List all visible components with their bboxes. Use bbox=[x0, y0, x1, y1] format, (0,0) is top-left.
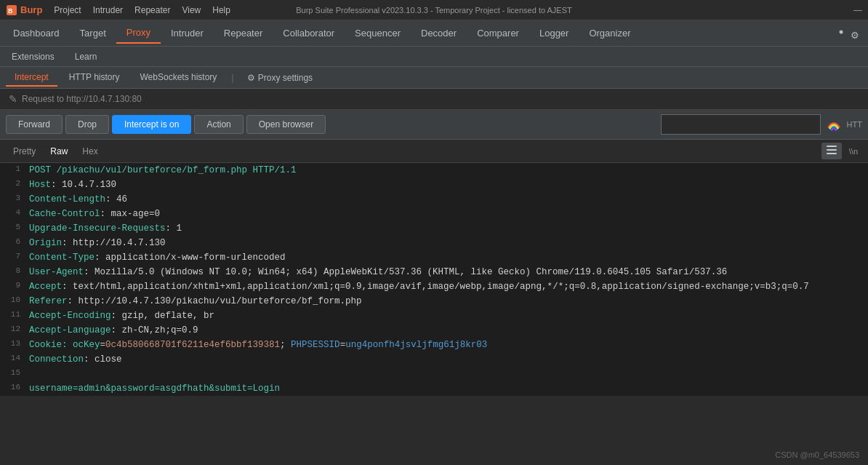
tab-raw[interactable]: Raw bbox=[43, 144, 75, 159]
view-menu[interactable]: View bbox=[182, 5, 201, 15]
svg-text:B: B bbox=[8, 7, 13, 15]
tab-target[interactable]: Target bbox=[70, 23, 116, 43]
code-line: 15 bbox=[0, 367, 868, 381]
line-number: 16 bbox=[3, 381, 20, 396]
rainbow-icon[interactable] bbox=[824, 114, 844, 135]
line-number: 13 bbox=[3, 338, 20, 352]
extensions-row: Extensions Learn bbox=[0, 47, 868, 67]
action-button[interactable]: Action bbox=[194, 115, 243, 134]
wrap-icon[interactable]: \\n bbox=[845, 146, 862, 157]
line-number: 3 bbox=[3, 192, 20, 207]
line-number: 11 bbox=[3, 309, 20, 323]
code-line: 2Host: 10.4.7.130 bbox=[0, 178, 868, 192]
code-editor[interactable]: 1POST /pikachu/vul/burteforce/bf_form.ph… bbox=[0, 163, 868, 396]
tab-proxy[interactable]: Proxy bbox=[116, 23, 161, 44]
settings-icon[interactable]: ⚙ bbox=[829, 23, 865, 44]
code-line: 12Accept-Language: zh-CN,zh;q=0.9 bbox=[0, 323, 868, 338]
repeater-menu[interactable]: Repeater bbox=[134, 5, 170, 15]
line-content: Accept-Encoding: gzip, deflate, br bbox=[29, 309, 214, 323]
tab-dashboard[interactable]: Dashboard bbox=[3, 23, 70, 43]
line-content: Cookie: ocKey=0c4b580668701f6211e4ef6bbf… bbox=[29, 338, 487, 352]
gear-icon: ⚙ bbox=[247, 73, 255, 83]
search-input[interactable] bbox=[661, 114, 821, 135]
line-content: Connection: close bbox=[29, 352, 122, 367]
help-menu[interactable]: Help bbox=[212, 5, 230, 15]
code-line: 7Content-Type: application/x-www-form-ur… bbox=[0, 250, 868, 265]
request-info-bar: ✎ Request to http://10.4.7.130:80 bbox=[0, 89, 868, 110]
line-content: Content-Type: application/x-www-form-url… bbox=[29, 250, 286, 265]
tab-decoder[interactable]: Decoder bbox=[411, 23, 467, 43]
top-navigation: Dashboard Target Proxy Intruder Repeater… bbox=[0, 20, 868, 47]
tab-http-history[interactable]: HTTP history bbox=[60, 69, 129, 87]
tab-intruder[interactable]: Intruder bbox=[161, 23, 214, 43]
code-line: 3Content-Length: 46 bbox=[0, 192, 868, 207]
svg-rect-3 bbox=[827, 149, 837, 151]
line-number: 12 bbox=[3, 323, 20, 338]
code-line: 16username=admin&password=asgdfhath&subm… bbox=[0, 381, 868, 396]
line-number: 5 bbox=[3, 221, 20, 236]
line-number: 1 bbox=[3, 163, 20, 178]
window-title: Burp Suite Professional v2023.10.3.3 - T… bbox=[296, 6, 572, 15]
title-bar-left: B Burp Project Intruder Repeater View He… bbox=[6, 4, 230, 16]
line-content: Content-Length: 46 bbox=[29, 192, 127, 207]
line-number: 2 bbox=[3, 178, 20, 192]
line-content: Referer: http://10.4.7.130/pikachu/vul/b… bbox=[29, 294, 362, 309]
minimize-btn[interactable]: — bbox=[853, 5, 862, 15]
code-line: 9Accept: text/html,application/xhtml+xml… bbox=[0, 279, 868, 294]
code-line: 11Accept-Encoding: gzip, deflate, br bbox=[0, 309, 868, 323]
tab-extensions[interactable]: Extensions bbox=[3, 49, 63, 65]
tab-comparer[interactable]: Comparer bbox=[467, 23, 529, 43]
tab-repeater[interactable]: Repeater bbox=[214, 23, 273, 43]
line-number: 7 bbox=[3, 250, 20, 265]
svg-rect-2 bbox=[827, 146, 837, 147]
tab-organizer[interactable]: Organizer bbox=[579, 23, 640, 43]
svg-rect-4 bbox=[827, 153, 837, 154]
line-number: 15 bbox=[3, 367, 20, 381]
forward-button[interactable]: Forward bbox=[6, 115, 63, 134]
burp-logo: B Burp bbox=[6, 4, 42, 16]
line-content: User-Agent: Mozilla/5.0 (Windows NT 10.0… bbox=[29, 265, 727, 279]
tab-logger[interactable]: Logger bbox=[529, 23, 579, 43]
line-content: Accept: text/html,application/xhtml+xml,… bbox=[29, 279, 809, 294]
intercept-toolbar: Forward Drop Intercept is on Action Open… bbox=[0, 110, 868, 140]
request-url: Request to http://10.4.7.130:80 bbox=[22, 94, 142, 104]
line-number: 14 bbox=[3, 352, 20, 367]
open-browser-button[interactable]: Open browser bbox=[246, 115, 326, 134]
tab-hex[interactable]: Hex bbox=[75, 144, 105, 159]
tab-websockets-history[interactable]: WebSockets history bbox=[132, 69, 226, 87]
drop-button[interactable]: Drop bbox=[65, 115, 109, 134]
list-view-icon[interactable] bbox=[821, 143, 842, 159]
title-bar: B Burp Project Intruder Repeater View He… bbox=[0, 0, 868, 20]
view-icons: \\n bbox=[821, 143, 862, 159]
line-number: 10 bbox=[3, 294, 20, 309]
http-label: HTT bbox=[847, 120, 862, 129]
proxy-settings-button[interactable]: ⚙ Proxy settings bbox=[240, 70, 320, 86]
project-menu[interactable]: Project bbox=[54, 5, 81, 15]
intercept-toggle-button[interactable]: Intercept is on bbox=[112, 115, 191, 134]
line-number: 4 bbox=[3, 207, 20, 221]
burp-menu[interactable]: Burp bbox=[20, 4, 42, 15]
nav-divider: | bbox=[231, 72, 233, 83]
line-content: Accept-Language: zh-CN,zh;q=0.9 bbox=[29, 323, 198, 338]
line-content: POST /pikachu/vul/burteforce/bf_form.php… bbox=[29, 163, 297, 178]
line-content: Cache-Control: max-age=0 bbox=[29, 207, 160, 221]
tab-collaborator[interactable]: Collaborator bbox=[273, 23, 345, 43]
edit-icon: ✎ bbox=[9, 93, 17, 105]
line-content: Upgrade-Insecure-Requests: 1 bbox=[29, 221, 182, 236]
code-line: 14Connection: close bbox=[0, 352, 868, 367]
line-number: 9 bbox=[3, 279, 20, 294]
watermark: CSDN @m0_64539653 bbox=[775, 450, 859, 459]
code-line: 13Cookie: ocKey=0c4b580668701f6211e4ef6b… bbox=[0, 338, 868, 352]
tab-sequencer[interactable]: Sequencer bbox=[345, 23, 411, 43]
search-box: HTT bbox=[661, 114, 862, 135]
tab-learn[interactable]: Learn bbox=[66, 49, 106, 65]
code-line: 6Origin: http://10.4.7.130 bbox=[0, 236, 868, 250]
line-number: 8 bbox=[3, 265, 20, 279]
intruder-menu[interactable]: Intruder bbox=[93, 5, 123, 15]
proxy-secondary-nav: Intercept HTTP history WebSockets histor… bbox=[0, 67, 868, 89]
tab-intercept[interactable]: Intercept bbox=[6, 69, 57, 87]
code-line: 1POST /pikachu/vul/burteforce/bf_form.ph… bbox=[0, 163, 868, 178]
tab-pretty[interactable]: Pretty bbox=[6, 144, 43, 159]
code-line: 4Cache-Control: max-age=0 bbox=[0, 207, 868, 221]
line-content: Host: 10.4.7.130 bbox=[29, 178, 116, 192]
